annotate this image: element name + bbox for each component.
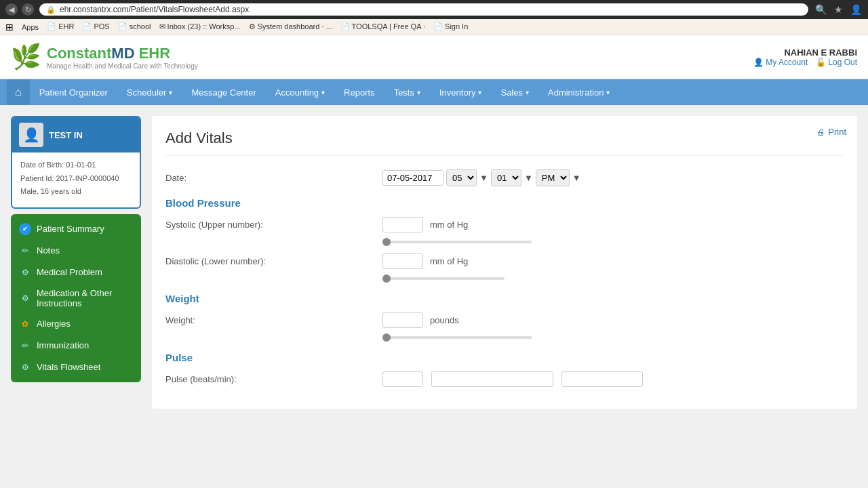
diastolic-input[interactable] <box>382 253 423 269</box>
main-content: 👤 TEST IN Date of Birth: 01-01-01 Patien… <box>0 105 868 420</box>
logout-icon: 🔓 <box>816 58 826 67</box>
bookmark-inbox[interactable]: ✉ Inbox (23) :: Worksp... <box>159 22 241 31</box>
pulse-row: Pulse (beats/min): <box>165 371 844 387</box>
nav-administration[interactable]: Administration ▾ <box>538 79 619 105</box>
search-icon[interactable]: 🔍 <box>814 3 827 16</box>
profile-icon[interactable]: 👤 <box>849 3 863 16</box>
bookmark-school[interactable]: 📄 school <box>118 22 151 31</box>
accounting-dropdown-icon: ▾ <box>321 89 325 96</box>
sidebar-item-notes[interactable]: ✏ Notes <box>11 240 141 262</box>
nav-tests[interactable]: Tests ▾ <box>384 79 430 105</box>
vitals-flowsheet-icon: ⚙ <box>19 361 31 373</box>
immunization-icon: ✏ <box>19 340 31 352</box>
back-button[interactable]: ◀ <box>5 3 18 16</box>
diastolic-label: Diastolic (Lower number): <box>165 256 382 266</box>
account-icon: 👤 <box>753 58 764 67</box>
sidebar-item-immunization[interactable]: ✏ Immunization <box>11 335 141 357</box>
app-header: 🌿 ConstantMD EHR Manage Health and Medic… <box>0 35 868 79</box>
diastolic-slider-container <box>382 272 505 282</box>
my-account-link[interactable]: 👤 My Account <box>753 58 808 67</box>
logo-md: MD <box>111 45 134 62</box>
weight-input[interactable] <box>382 312 423 328</box>
nav-inventory[interactable]: Inventory ▾ <box>430 79 491 105</box>
nav-message-center[interactable]: Message Center <box>182 79 265 105</box>
pulse-input[interactable] <box>382 371 423 387</box>
nav-patient-organizer[interactable]: Patient Organizer <box>30 79 117 105</box>
bookmark-system-dashboard[interactable]: ⚙ System dashboard · ... <box>249 22 332 31</box>
diastolic-slider[interactable] <box>382 277 505 280</box>
log-out-link[interactable]: 🔓 Log Out <box>816 58 857 67</box>
date-input[interactable] <box>382 170 443 186</box>
minute-select[interactable]: 01 <box>491 169 521 186</box>
date-controls: 05 01020304 06070809 101112 ▼ 01 ▼ AM PM… <box>382 169 581 186</box>
refresh-button[interactable]: ↻ <box>22 3 34 16</box>
date-row: Date: 05 01020304 06070809 101112 ▼ 01 ▼… <box>165 169 844 186</box>
weight-slider[interactable] <box>382 336 532 339</box>
systolic-input[interactable] <box>382 217 423 232</box>
apps-icon: ⊞ <box>5 22 14 33</box>
hour-select[interactable]: 05 01020304 06070809 101112 <box>446 169 477 186</box>
sidebar-item-medical-problem[interactable]: ⚙ Medical Problem <box>11 262 141 283</box>
minute-separator: ▼ <box>524 173 533 183</box>
time-separator: ▼ <box>479 173 488 183</box>
url-text: ehr.constantrx.com/Patient/VitalsFlowshe… <box>60 5 249 14</box>
bookmark-toolsqa[interactable]: 📄 TOOLSQA | Free QA · <box>340 22 425 31</box>
nav-reports[interactable]: Reports <box>334 79 384 105</box>
systolic-controls: mm of Hg <box>382 217 468 232</box>
print-button[interactable]: 🖨 Print <box>816 127 846 137</box>
sidebar-item-medication[interactable]: ⚙ Medication & Other Instructions <box>11 283 141 313</box>
inventory-dropdown-icon: ▾ <box>478 89 481 96</box>
bookmark-apps[interactable]: Apps <box>22 23 39 31</box>
logo-area: 🌿 ConstantMD EHR Manage Health and Medic… <box>11 43 198 71</box>
sidebar-item-allergies[interactable]: ✿ Allergies <box>11 313 141 335</box>
weight-controls: pounds <box>382 312 459 328</box>
patient-summary-icon: ✔ <box>19 223 31 235</box>
form-title: Add Vitals <box>165 129 844 156</box>
pulse-header: Pulse <box>165 352 844 363</box>
administration-dropdown-icon: ▾ <box>606 89 610 96</box>
bookmark-signin[interactable]: 📄 Sign In <box>433 22 468 31</box>
browser-actions: 🔍 ★ 👤 <box>814 3 863 16</box>
user-name: NAHIAN E RABBI <box>784 47 857 58</box>
nav-home-button[interactable]: ⌂ <box>7 79 30 105</box>
browser-chrome: ◀ ↻ 🔒 ehr.constantrx.com/Patient/VitalsF… <box>0 0 868 19</box>
systolic-slider[interactable] <box>382 241 532 243</box>
nav-accounting[interactable]: Accounting ▾ <box>266 79 334 105</box>
logo-subtitle: Manage Health and Medical Care with Tech… <box>47 62 198 70</box>
lock-icon: 🔒 <box>46 5 56 14</box>
weight-row: Weight: pounds <box>165 312 844 341</box>
diastolic-controls: mm of Hg <box>382 253 468 269</box>
allergies-icon: ✿ <box>19 318 31 330</box>
address-bar[interactable]: 🔒 ehr.constantrx.com/Patient/VitalsFlows… <box>39 3 808 16</box>
patient-dob: Date of Birth: 01-01-01 <box>20 159 132 171</box>
sales-dropdown-icon: ▾ <box>526 89 529 96</box>
pulse-input2[interactable] <box>431 371 553 387</box>
bookmark-pos[interactable]: 📄 POS <box>82 22 109 31</box>
bookmark-ehr[interactable]: 📄 EHR <box>47 22 74 31</box>
patient-sidebar: 👤 TEST IN Date of Birth: 01-01-01 Patien… <box>11 116 141 409</box>
nav-sales[interactable]: Sales ▾ <box>491 79 538 105</box>
weight-header: Weight <box>165 293 844 304</box>
sidebar-menu: ✔ Patient Summary ✏ Notes ⚙ Medical Prob… <box>11 214 141 382</box>
systolic-unit: mm of Hg <box>430 220 468 230</box>
systolic-slider-container <box>382 235 532 245</box>
scheduler-dropdown-icon: ▾ <box>169 89 172 96</box>
ampm-select[interactable]: AM PM <box>536 169 570 186</box>
ampm-separator: ▼ <box>572 173 581 183</box>
form-area: 🖨 Print Add Vitals Date: 05 01020304 060… <box>152 116 857 409</box>
medical-problem-icon: ⚙ <box>19 266 31 279</box>
bookmarks-bar: ⊞ Apps 📄 EHR 📄 POS 📄 school ✉ Inbox (23)… <box>0 19 868 35</box>
weight-label: Weight: <box>165 315 382 325</box>
weight-slider-container <box>382 331 532 341</box>
patient-avatar: 👤 <box>19 123 43 147</box>
star-icon[interactable]: ★ <box>831 3 845 16</box>
nav-bar: ⌂ Patient Organizer Scheduler ▾ Message … <box>0 79 868 105</box>
weight-unit: pounds <box>430 315 459 325</box>
sidebar-item-vitals-flowsheet[interactable]: ⚙ Vitals Flowsheet <box>11 357 141 378</box>
diastolic-unit: mm of Hg <box>430 256 468 266</box>
sidebar-item-patient-summary[interactable]: ✔ Patient Summary <box>11 218 141 240</box>
notes-icon: ✏ <box>19 245 31 257</box>
browser-controls: ◀ ↻ <box>5 3 34 16</box>
pulse-input3[interactable] <box>561 371 643 387</box>
nav-scheduler[interactable]: Scheduler ▾ <box>117 79 182 105</box>
